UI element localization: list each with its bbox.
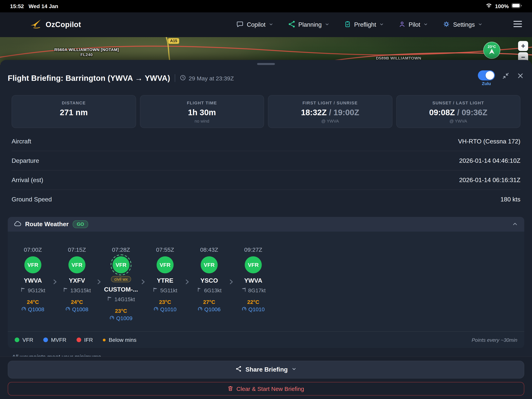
waypoint-qnh: Q1008 — [72, 306, 88, 312]
chevron-down-icon — [291, 366, 297, 373]
route-weather-body: 07:00Z VFR YWVA 9G12kt 24°C Q1008 07:15Z… — [8, 232, 524, 348]
windsock-icon — [63, 287, 69, 293]
nav-item-pilot[interactable]: Pilot — [399, 20, 428, 29]
waypoint-column: 07:00Z VFR YWVA 9G12kt 24°C Q1008 — [13, 246, 52, 312]
drag-handle[interactable] — [257, 63, 275, 65]
clear-briefing-button[interactable]: Clear & Start New Briefing — [8, 382, 524, 396]
flight-category-badge[interactable]: VFR — [201, 256, 218, 273]
waypoint-time: 09:27Z — [244, 246, 262, 253]
waypoint-column-custom: 07:28Z VFR civil wx CUSTOM-... 14G15kt 2… — [102, 246, 140, 321]
collapse-icon — [502, 72, 510, 81]
zoom-in-button[interactable]: + — [518, 41, 528, 51]
flight-category-badge[interactable]: VFR — [245, 256, 262, 273]
gauge-icon — [65, 306, 70, 312]
chevron-down-icon — [268, 21, 273, 28]
waypoint-time: 07:55Z — [156, 246, 174, 253]
go-status-badge: GO — [72, 220, 88, 228]
waypoint-station: YXFV — [69, 277, 85, 284]
zulu-toggle[interactable]: Zulu — [478, 70, 495, 86]
legend-dot — [43, 337, 48, 342]
nav-item-copilot[interactable]: Copilot — [236, 20, 273, 29]
clear-briefing-label: Clear & Start New Briefing — [236, 386, 304, 392]
stat-sub: @ YWVA — [399, 119, 517, 123]
stat-card-flight-time: FLIGHT TIME 1h 30m no wind — [140, 95, 264, 128]
stats-row: DISTANCE 271 nm FLIGHT TIME 1h 30m no wi… — [12, 95, 520, 128]
waypoint-column: 08:43Z VFR YSCO 6G13kt 27°C Q1006 — [190, 246, 228, 312]
detail-value: VH-RTO (Cessna 172) — [458, 138, 521, 145]
map-zoom-controls: + − — [518, 41, 528, 62]
stat-sub: @ YWVA — [272, 119, 389, 123]
legend-item-mvfr: MVFR — [43, 337, 66, 343]
nav-item-settings[interactable]: Settings — [443, 20, 482, 29]
waypoint-station: YSCO — [201, 277, 218, 284]
waypoint-qnh: Q1008 — [28, 306, 44, 312]
nav-item-label: Preflight — [354, 21, 376, 28]
legend-item-vfr: VFR — [15, 337, 33, 343]
zulu-switch[interactable] — [478, 70, 495, 80]
waypoint-wind: 6G13kt — [204, 287, 222, 293]
stat-value: 1h 30m — [188, 108, 216, 117]
collapse-button[interactable] — [502, 70, 510, 81]
detail-label: Arrival (est) — [12, 177, 43, 184]
waypoint-temp: 22°C — [247, 299, 260, 305]
flight-category-badge[interactable]: VFR — [113, 256, 130, 273]
windsock-icon — [20, 287, 26, 293]
close-icon — [517, 72, 524, 81]
nav-item-planning[interactable]: Planning — [288, 20, 329, 29]
waypoint-column: 09:27Z VFR YWVA 8G17kt 22°C Q1010 — [234, 246, 272, 312]
nav-bar: OzCopilot Copilot Planning — [0, 12, 532, 37]
stat-value: 271 nm — [60, 108, 88, 117]
civil-wx-badge: civil wx — [111, 276, 131, 282]
map-road-badge: A15 — [168, 38, 180, 44]
brand[interactable]: OzCopilot — [30, 19, 81, 31]
share-icon — [235, 366, 242, 374]
chevron-up-icon[interactable] — [512, 221, 518, 227]
waypoint-station: YWVA — [244, 277, 262, 284]
flight-category-badge[interactable]: VFR — [157, 256, 174, 273]
waypoint-column: 07:55Z VFR YTRE 5G11kt 23°C Q1010 — [146, 246, 184, 312]
waypoint-station: YTRE — [157, 277, 173, 284]
chevron-right-icon — [96, 279, 102, 285]
stat-value: 09:08Z — [429, 108, 455, 117]
nav-item-preflight[interactable]: Preflight — [344, 20, 384, 29]
ownship-marker[interactable]: 23°C — [483, 42, 500, 59]
route-weather-title: Route Weather — [25, 221, 69, 228]
route-weather-header[interactable]: Route Weather GO — [8, 217, 524, 232]
weather-legend: VFR MVFR IFR Below mins Points every ~30… — [8, 331, 524, 348]
flight-category-badge[interactable]: VFR — [24, 256, 41, 273]
waypoint-qnh: Q1006 — [204, 306, 221, 312]
briefing-title: Flight Briefing: Barrington (YWVA → YWVA… — [8, 74, 170, 82]
waypoint-station: YWVA — [24, 277, 42, 284]
nav-item-label: Settings — [453, 21, 475, 28]
close-button[interactable] — [517, 70, 524, 81]
waypoint-qnh: Q1010 — [160, 306, 177, 312]
waypoint-qnh: Q1009 — [116, 315, 133, 321]
waypoint-wind: 5G11kt — [160, 287, 177, 293]
detail-value: 2026-01-14 06:16:31Z — [459, 177, 520, 184]
battery-percent: 100% — [495, 3, 509, 9]
stat-value: 18:32Z — [301, 108, 327, 117]
flight-category-badge[interactable]: VFR — [69, 256, 85, 273]
hamburger-icon — [513, 20, 522, 29]
stat-label: FLIGHT TIME — [143, 101, 260, 105]
waypoint-time: 07:00Z — [24, 246, 42, 253]
menu-button[interactable] — [513, 20, 522, 29]
nav-item-label: Copilot — [247, 21, 266, 28]
legend-ring — [103, 338, 106, 341]
map-notam-label: R560A WILLIAMTOWN [NOTAM] FL240 — [54, 47, 119, 57]
waypoint-time: 08:43Z — [200, 246, 218, 253]
stat-value-secondary: / 09:36Z — [455, 108, 487, 117]
chevron-right-icon — [140, 279, 146, 285]
weather-timeline: 07:00Z VFR YWVA 9G12kt 24°C Q1008 07:15Z… — [8, 232, 524, 331]
nav-items: Copilot Planning Preflight — [236, 20, 522, 29]
gauge-icon — [21, 306, 26, 312]
app-root: 15:52 Wed 14 Jan 100% OzCopilot — [0, 0, 532, 399]
app-logo-icon — [30, 19, 42, 31]
waypoint-temp: 24°C — [27, 299, 39, 305]
share-briefing-button[interactable]: Share Briefing — [8, 361, 524, 379]
windsock-icon — [107, 296, 113, 302]
nav-item-label: Pilot — [409, 21, 420, 28]
clipboard-check-icon — [344, 20, 351, 29]
nav-arrow-icon — [489, 49, 495, 56]
stat-card-first-light: FIRST LIGHT / SUNRISE 18:32Z / 19:00Z @ … — [268, 95, 392, 128]
